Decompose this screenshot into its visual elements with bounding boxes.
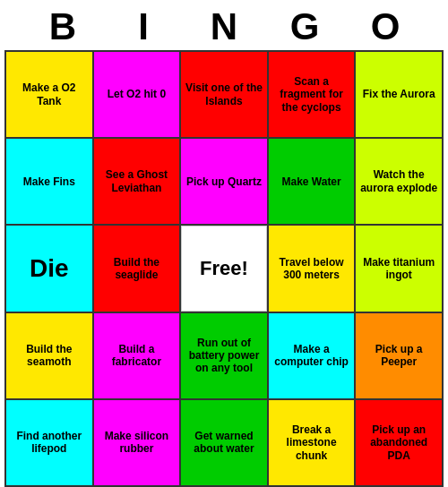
bingo-cell[interactable]: Pick up Quartz [181,139,267,224]
bingo-cell[interactable]: Get warned about water [181,400,267,485]
bingo-cell[interactable]: Free! [181,226,267,311]
bingo-cell[interactable]: Make a O2 Tank [6,52,92,137]
bingo-cell[interactable]: Build the seamoth [6,313,92,398]
header-letter: G [264,5,345,48]
bingo-cell[interactable]: Break a limestone chunk [269,400,355,485]
header-letter: I [103,5,184,48]
bingo-cell[interactable]: Build the seaglide [94,226,180,311]
bingo-cell[interactable]: Make a computer chip [269,313,355,398]
bingo-cell[interactable]: Run out of battery power on any tool [181,313,267,398]
bingo-cell[interactable]: See a Ghost Leviathan [94,139,180,224]
bingo-cell[interactable]: Make Water [269,139,355,224]
bingo-cell[interactable]: Travel below 300 meters [269,226,355,311]
bingo-cell[interactable]: Fix the Aurora [356,52,442,137]
bingo-grid: Make a O2 TankLet O2 hit 0Visit one of t… [4,50,444,487]
bingo-header: BINGO [0,0,448,50]
bingo-cell[interactable]: Watch the aurora explode [356,139,442,224]
bingo-cell[interactable]: Pick up a Peeper [356,313,442,398]
bingo-cell[interactable]: Pick up an abandoned PDA [356,400,442,485]
bingo-cell[interactable]: Die [6,226,92,311]
bingo-cell[interactable]: Visit one of the Islands [181,52,267,137]
header-letter: O [345,5,426,48]
bingo-cell[interactable]: Let O2 hit 0 [94,52,180,137]
bingo-cell[interactable]: Make titanium ingot [356,226,442,311]
bingo-cell[interactable]: Scan a fragment for the cyclops [269,52,355,137]
bingo-cell[interactable]: Build a fabricator [94,313,180,398]
header-letter: N [184,5,264,48]
bingo-cell[interactable]: Make Fins [6,139,92,224]
header-letter: B [22,5,103,48]
bingo-cell[interactable]: Make silicon rubber [94,400,180,485]
bingo-cell[interactable]: Find another lifepod [6,400,92,485]
